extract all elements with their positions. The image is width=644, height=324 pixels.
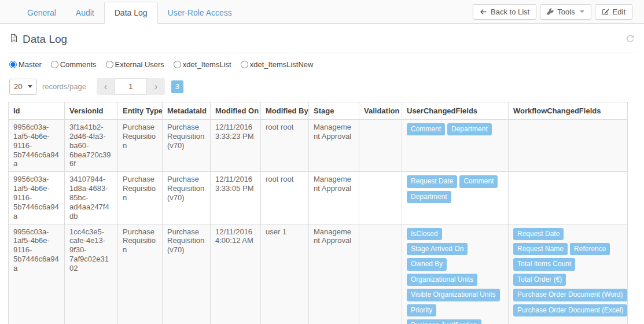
field-tag: Stage Arrived On — [407, 243, 468, 255]
cell-stage: Management Approval — [309, 120, 359, 172]
column-header-id: Id — [9, 102, 65, 120]
radio-label: xdet_ItemsList — [183, 60, 231, 69]
field-tag: Comment — [459, 175, 498, 187]
dataset-radio-group: MasterCommentsExternal Usersxdet_ItemsLi… — [9, 60, 635, 69]
cell-stage: Management Approval — [309, 172, 359, 224]
cell-modified-by: root root — [261, 172, 309, 224]
radio-option-comments[interactable]: Comments — [51, 60, 97, 69]
tab-user-role-access[interactable]: User-Role Access — [158, 2, 242, 23]
total-pages-badge: 3 — [171, 80, 183, 93]
cell-id: 9956c03a-1af5-4b6e-9116-5b7446c6a94a — [9, 172, 65, 224]
pencil-square-icon — [602, 8, 609, 16]
cell-modified-on: 12/11/2016 3:33:23 PM — [211, 120, 261, 172]
field-tag: Visible Organizational Units — [407, 289, 500, 301]
column-header-userchangedfields: UserChangedFields — [402, 102, 509, 120]
tab-audit[interactable]: Audit — [66, 2, 104, 23]
edit-button[interactable]: Edit — [595, 4, 632, 20]
table-row: 9956c03a-1af5-4b6e-9116-5b7446c6a94a3f1a… — [9, 120, 628, 172]
field-tag: Department — [447, 123, 492, 135]
cell-entity-type: Purchase Requisition — [118, 224, 163, 324]
cell-workflow-changed — [509, 120, 628, 172]
cell-entity-type: Purchase Requisition — [118, 120, 163, 172]
field-tag: Total Order (€) — [513, 274, 566, 286]
panel-header: Data Log — [8, 24, 636, 53]
cell-id: 9956c03a-1af5-4b6e-9116-5b7446c6a94a — [9, 120, 65, 172]
data-log-table: IdVersionIdEntity TypeMetadataIdModified… — [8, 102, 628, 324]
page-title: Data Log — [23, 33, 67, 46]
radio-label: Master — [19, 60, 42, 69]
edit-label: Edit — [613, 8, 625, 16]
radio-input-external-users[interactable] — [106, 61, 113, 68]
column-header-entity-type: Entity Type — [118, 102, 163, 120]
cell-user-changed: CommentDepartment — [402, 120, 509, 172]
field-tag: Purchase Order Document (Excel) — [513, 304, 627, 316]
radio-input-xdet-itemslistnew[interactable] — [241, 61, 248, 68]
table-header-row: IdVersionIdEntity TypeMetadataIdModified… — [9, 102, 628, 120]
radio-input-xdet-itemslist[interactable] — [174, 61, 181, 68]
previous-page-button[interactable]: ‹ — [97, 78, 115, 95]
page-size-select[interactable]: 20 — [9, 79, 37, 95]
column-header-workflowchangedfields: WorkflowChangedFields — [509, 102, 628, 120]
back-to-list-label: Back to List — [491, 8, 529, 16]
cell-user-changed: IsClosedStage Arrived OnOwned ByOrganiza… — [402, 224, 509, 324]
radio-label: External Users — [115, 60, 164, 69]
radio-option-xdet-itemslistnew[interactable]: xdet_ItemsListNew — [241, 60, 314, 69]
field-tag: Request Name — [513, 243, 568, 255]
column-header-modified-by: Modified By — [261, 102, 309, 120]
document-icon — [9, 34, 19, 45]
field-tag: Priority — [407, 304, 436, 316]
cell-user-changed: Request DateCommentDepartment — [402, 172, 509, 224]
cell-metadata-id: Purchase Requisition (v70) — [163, 120, 211, 172]
cell-validation — [359, 172, 402, 224]
cell-version-id: 1cc4c3e5-cafe-4e13-9f30-7af9c02e3102 — [65, 224, 118, 324]
tools-button[interactable]: Tools — [540, 4, 591, 20]
cell-validation — [359, 120, 402, 172]
cell-workflow-changed — [509, 172, 628, 224]
back-to-list-button[interactable]: Back to List — [473, 4, 536, 20]
arrow-left-icon — [480, 8, 487, 16]
cell-modified-on: 12/11/2016 4:00:12 AM — [211, 224, 261, 324]
tab-general[interactable]: General — [17, 2, 66, 23]
radio-label: xdet_ItemsListNew — [250, 60, 314, 69]
select-caret-icon — [28, 85, 32, 88]
page-number-input[interactable]: 1 — [115, 78, 147, 95]
field-tag: Request Date — [407, 175, 457, 187]
radio-input-comments[interactable] — [51, 61, 58, 68]
field-tag: Purchase Order Document (Word) — [513, 289, 627, 301]
next-page-button[interactable]: › — [147, 78, 165, 95]
field-tag: Business Justification — [407, 319, 481, 324]
tab-data-log[interactable]: Data Log — [104, 2, 158, 24]
field-tag: Total Items Count — [513, 258, 575, 270]
field-tag: Department — [407, 191, 451, 203]
grid-controls: 20 records/page ‹ 1 › 3 — [9, 78, 635, 95]
radio-option-xdet-itemslist[interactable]: xdet_ItemsList — [174, 60, 231, 69]
toolbar: Back to List Tools Edit — [473, 4, 632, 20]
column-header-versionid: VersionId — [65, 102, 118, 120]
chevron-down-icon — [580, 10, 584, 13]
cell-modified-on: 12/11/2016 3:33:05 PM — [211, 172, 261, 224]
field-tag: Request Date — [513, 228, 564, 240]
table-row: 9956c03a-1af5-4b6e-9116-5b7446c6a94a1cc4… — [9, 224, 628, 324]
cell-workflow-changed: Request DateRequest NameReferenceTotal I… — [509, 224, 628, 324]
page-stepper: ‹ 1 › — [97, 78, 165, 95]
tab-list: GeneralAuditData LogUser-Role Access — [17, 0, 242, 23]
field-tag: IsClosed — [407, 228, 442, 240]
field-tag: Comment — [407, 123, 445, 135]
column-header-modified-on: Modified On — [211, 102, 261, 120]
refresh-icon[interactable] — [625, 34, 635, 45]
column-header-validation: Validation — [359, 102, 402, 120]
column-header-stage: Stage — [309, 102, 359, 120]
cell-version-id: 34107944-1d8a-4683-85bc-ad4aa247f4db — [65, 172, 118, 224]
cell-id: 9956c03a-1af5-4b6e-9116-5b7446c6a94a — [9, 224, 65, 324]
cell-validation — [359, 224, 402, 324]
radio-input-master[interactable] — [9, 61, 17, 68]
radio-option-external-users[interactable]: External Users — [106, 60, 164, 69]
tools-label: Tools — [557, 8, 575, 16]
field-tag: Owned By — [407, 258, 447, 270]
field-tag: Organizational Units — [407, 274, 477, 286]
table-row: 9956c03a-1af5-4b6e-9116-5b7446c6a94a3410… — [9, 172, 628, 224]
cell-version-id: 3f1a41b2-2d46-4fa3-ba60-6bea720c396f — [65, 120, 118, 172]
cell-modified-by: root root — [261, 120, 309, 172]
radio-option-master[interactable]: Master — [9, 60, 42, 69]
cell-entity-type: Purchase Requisition — [118, 172, 163, 224]
